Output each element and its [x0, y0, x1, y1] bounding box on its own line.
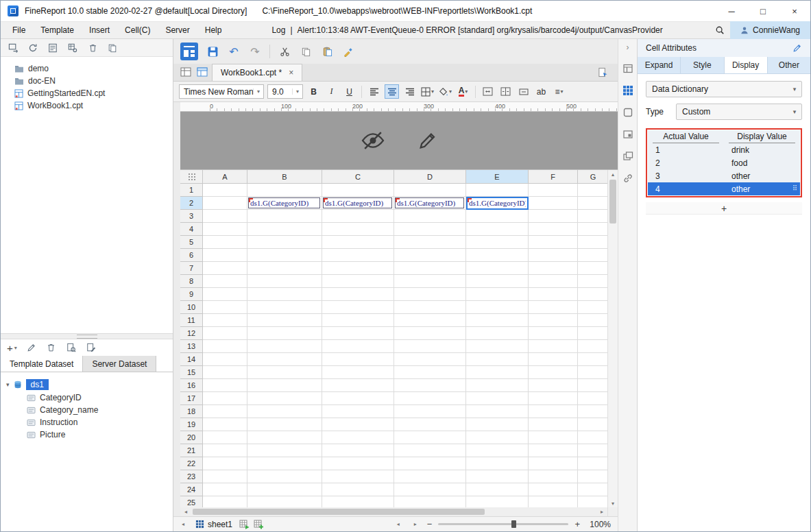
row-header-14[interactable]: 14 [180, 353, 203, 366]
cell-E25[interactable] [466, 496, 529, 507]
cell-D12[interactable] [394, 327, 466, 340]
column-header-B[interactable]: B [247, 170, 322, 184]
minimize-button[interactable]: ─ [716, 1, 747, 21]
cell-F14[interactable] [529, 353, 578, 366]
cell-E24[interactable] [466, 483, 529, 496]
file-tree-item[interactable]: demo [1, 62, 173, 75]
cell-G19[interactable] [578, 418, 607, 431]
log-label[interactable]: Log [271, 25, 285, 35]
document-tab[interactable]: WorkBook1.cpt * × [212, 64, 302, 81]
cell-A21[interactable] [203, 444, 247, 457]
tab-template-dataset[interactable]: Template Dataset [1, 356, 83, 372]
edit-attributes-icon[interactable] [792, 43, 802, 53]
align-left-button[interactable] [367, 84, 381, 99]
hscroll-track[interactable] [191, 508, 596, 516]
vertical-scrollbar[interactable]: ▴ ▾ [607, 170, 618, 507]
cell-A22[interactable] [203, 457, 247, 470]
cell-B24[interactable] [247, 483, 322, 496]
cell-C20[interactable] [322, 431, 394, 444]
undo-icon[interactable]: ↶ [227, 45, 241, 58]
cell-F10[interactable] [529, 301, 578, 314]
cell-F15[interactable] [529, 366, 578, 379]
dataset-field[interactable]: Picture [1, 428, 173, 441]
cell-A14[interactable] [203, 353, 247, 366]
cell-C10[interactable] [322, 301, 394, 314]
cell-A2[interactable] [203, 197, 247, 210]
refresh-icon[interactable] [27, 43, 38, 53]
cell-A11[interactable] [203, 314, 247, 327]
cell-D15[interactable] [394, 366, 466, 379]
cell-F1[interactable] [529, 184, 578, 197]
sheet-scroll-left-icon[interactable]: ◂ [178, 521, 189, 527]
cell-G11[interactable] [578, 314, 607, 327]
maximize-button[interactable]: □ [747, 1, 779, 21]
cell-G21[interactable] [578, 444, 607, 457]
row-header-24[interactable]: 24 [180, 483, 203, 496]
cell-B10[interactable] [247, 301, 322, 314]
cell-F12[interactable] [529, 327, 578, 340]
template-settings-icon[interactable] [67, 43, 78, 53]
cell-E22[interactable] [466, 457, 529, 470]
delete-file-icon[interactable] [87, 43, 98, 53]
cell-B19[interactable] [247, 418, 322, 431]
dataset-field[interactable]: Category_name [1, 404, 173, 416]
cell-B15[interactable] [247, 366, 322, 379]
cell-E15[interactable] [466, 366, 529, 379]
save-icon[interactable] [206, 45, 219, 58]
collapse-panel-chevron-icon[interactable]: › [627, 43, 629, 52]
cell-C13[interactable] [322, 340, 394, 353]
cell-B7[interactable] [247, 262, 322, 275]
cell-G7[interactable] [578, 262, 607, 275]
dataset-field[interactable]: Instruction [1, 416, 173, 428]
cell-A20[interactable] [203, 431, 247, 444]
paste-icon[interactable] [320, 45, 334, 58]
image-icon[interactable] [622, 128, 633, 140]
cell-F6[interactable] [529, 249, 578, 262]
cell-E10[interactable] [466, 301, 529, 314]
zoom-slider[interactable] [438, 523, 568, 525]
cell-D19[interactable] [394, 418, 466, 431]
cell-G9[interactable] [578, 288, 607, 301]
cell-B4[interactable] [247, 223, 322, 236]
cell-D18[interactable] [394, 405, 466, 418]
cell-A3[interactable] [203, 210, 247, 223]
font-family-select[interactable]: Times New Roman ▾ [179, 84, 264, 99]
cell-B21[interactable] [247, 444, 322, 457]
cell-A7[interactable] [203, 262, 247, 275]
cell-B22[interactable] [247, 457, 322, 470]
cell-G3[interactable] [578, 210, 607, 223]
underline-button[interactable]: U [342, 84, 356, 99]
cell-D10[interactable] [394, 301, 466, 314]
cell-D22[interactable] [394, 457, 466, 470]
insert-grid-sheet-icon[interactable] [239, 520, 250, 529]
cell-C7[interactable] [322, 262, 394, 275]
horizontal-scrollbar[interactable]: ◂ ▸ [180, 507, 618, 516]
cell-C24[interactable] [322, 483, 394, 496]
cell-D9[interactable] [394, 288, 466, 301]
cell-D16[interactable] [394, 379, 466, 392]
row-header-23[interactable]: 23 [180, 470, 203, 483]
cell-F11[interactable] [529, 314, 578, 327]
scroll-left-icon[interactable]: ◂ [180, 509, 191, 515]
format-painter-icon[interactable] [341, 45, 355, 58]
cell-A19[interactable] [203, 418, 247, 431]
row-header-8[interactable]: 8 [180, 275, 203, 288]
dictionary-row[interactable]: 4other⠿ [648, 182, 800, 195]
cell-B6[interactable] [247, 249, 322, 262]
redo-icon[interactable]: ↷ [248, 45, 262, 58]
cell-C23[interactable] [322, 470, 394, 483]
cell-C16[interactable] [322, 379, 394, 392]
dictionary-row[interactable]: 3other [648, 169, 800, 182]
add-dictionary-row-button[interactable]: + [646, 202, 802, 215]
cell-A8[interactable] [203, 275, 247, 288]
font-size-select[interactable]: 9.0 ▾ [267, 84, 303, 99]
close-tab-icon[interactable]: × [289, 68, 293, 77]
cell-A15[interactable] [203, 366, 247, 379]
row-header-7[interactable]: 7 [180, 262, 203, 275]
cell-element-icon[interactable] [622, 84, 633, 96]
cell-E9[interactable] [466, 288, 529, 301]
cell-C14[interactable] [322, 353, 394, 366]
cell-F16[interactable] [529, 379, 578, 392]
menu-cell[interactable]: Cell(C) [117, 21, 158, 39]
cell-E14[interactable] [466, 353, 529, 366]
